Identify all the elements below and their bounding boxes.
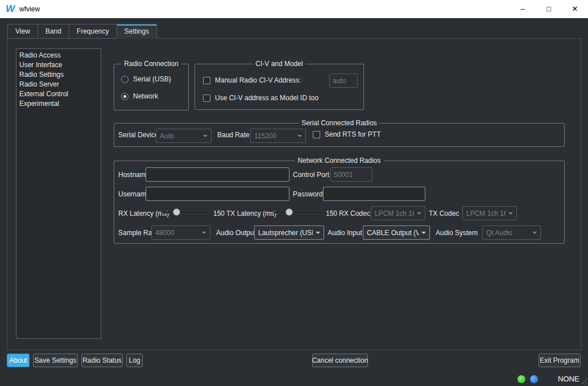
chevron-down-icon (202, 232, 206, 234)
model-id-label: Use CI-V address as Model ID too (215, 94, 318, 102)
chevron-down-icon (297, 135, 302, 137)
manual-civ-label: Manual Radio CI-V Address: (215, 76, 301, 84)
sample-rate-value: 48000 (155, 229, 199, 237)
baud-rate-label: Baud Rate (217, 131, 250, 139)
close-icon[interactable]: ✕ (562, 0, 588, 18)
audio-input-select[interactable]: CABLE Output (VB-… (363, 225, 430, 240)
rx-latency-value: 150 (213, 210, 225, 217)
checkbox-unchecked-icon (203, 95, 210, 102)
sidebar-item-radio-access[interactable]: Radio Access (16, 51, 101, 60)
minimize-icon[interactable]: – (510, 0, 536, 18)
hostname-label: Hostname (118, 171, 150, 179)
network-radios-group: Network Connected Radios Hostname Contro… (114, 161, 565, 244)
tab-band[interactable]: Band (38, 24, 69, 39)
send-rts-checkbox[interactable]: Send RTS for PTT (313, 130, 380, 138)
chevron-down-icon (316, 232, 320, 234)
radio-connection-group-title: Radio Connection (121, 60, 181, 68)
tx-latency-slider[interactable] (274, 208, 322, 217)
log-button[interactable]: Log (126, 354, 143, 367)
tx-latency-label: TX Latency (ms) (226, 210, 276, 217)
save-settings-button[interactable]: Save Settings (33, 354, 78, 367)
chevron-down-icon (508, 212, 513, 215)
cancel-connection-button[interactable]: Cancel connection (312, 354, 368, 367)
manual-civ-checkbox[interactable]: Manual Radio CI-V Address: (203, 76, 301, 84)
app-logo-icon: W (6, 4, 15, 14)
username-input[interactable] (146, 187, 289, 201)
exit-program-button[interactable]: Exit Program (539, 354, 581, 367)
audio-output-label: Audio Output (216, 229, 256, 237)
tx-codec-select[interactable]: LPCM 1ch 16bit (462, 206, 517, 220)
radio-connection-group: Radio Connection Serial (USB) Network (114, 64, 189, 110)
window-controls: – □ ✕ (510, 0, 588, 18)
slider-handle[interactable] (173, 208, 180, 216)
sidebar-item-user-interface[interactable]: User Interface (16, 60, 101, 70)
radio-unchecked-icon (121, 76, 129, 83)
audio-system-label: Audio System (436, 229, 478, 237)
network-radio[interactable]: Network (121, 92, 158, 100)
titlebar: W wfview – □ ✕ (0, 0, 588, 18)
tx-status-indicator-icon (530, 375, 538, 383)
sidebar-item-radio-server[interactable]: Radio Server (16, 80, 101, 89)
baud-rate-select[interactable]: 115200 (250, 129, 306, 143)
connection-status-text: NONE (558, 375, 579, 383)
tab-view[interactable]: View (7, 24, 38, 39)
civ-model-group: CI-V and Model Manual Radio CI-V Address… (194, 64, 364, 110)
tx-latency-value: 150 (326, 210, 337, 217)
civ-address-input[interactable] (329, 73, 358, 88)
slider-track[interactable] (274, 211, 322, 213)
serial-usb-radio[interactable]: Serial (USB) (121, 75, 171, 83)
audio-output-value: Lautsprecher (USB … (258, 229, 313, 237)
checkbox-unchecked-icon (203, 77, 210, 84)
rx-codec-select[interactable]: LPCM 1ch 16bit (371, 206, 425, 220)
settings-category-list: Radio Access User Interface Radio Settin… (16, 48, 101, 339)
chevron-down-icon (203, 135, 208, 137)
password-input[interactable] (323, 187, 425, 201)
civ-model-group-title: CI-V and Model (252, 60, 305, 68)
control-port-input[interactable] (330, 167, 372, 182)
audio-system-select[interactable]: Qt Audio (482, 225, 541, 240)
serial-device-value: Auto (160, 132, 200, 140)
maximize-icon[interactable]: □ (536, 0, 562, 18)
serial-radios-group: Serial Connected Radios Serial Device: A… (114, 123, 565, 147)
audio-output-select[interactable]: Lautsprecher (USB … (254, 225, 324, 240)
resize-grip[interactable] (579, 377, 587, 385)
model-id-checkbox[interactable]: Use CI-V address as Model ID too (203, 94, 318, 102)
radio-status-button[interactable]: Radio Status (81, 354, 123, 367)
window-title: wfview (19, 5, 40, 13)
about-button[interactable]: About (7, 354, 30, 367)
checkbox-unchecked-icon (313, 131, 320, 138)
rx-codec-label: RX Codec (339, 210, 370, 217)
network-radios-group-title: Network Connected Radios (295, 157, 383, 165)
audio-system-value: Qt Audio (486, 229, 529, 237)
slider-track[interactable] (162, 211, 210, 213)
hostname-input[interactable] (146, 167, 289, 182)
sidebar-item-radio-settings[interactable]: Radio Settings (16, 70, 101, 80)
tx-codec-value: LPCM 1ch 16bit (466, 210, 506, 217)
rx-latency-slider[interactable] (162, 208, 210, 217)
rx-codec-value: LPCM 1ch 16bit (375, 210, 414, 217)
password-label: Password (293, 190, 323, 198)
sidebar-item-experimental[interactable]: Experimental (16, 99, 101, 109)
chevron-down-icon (421, 232, 426, 234)
wfview-window: W wfview – □ ✕ View Band Frequency Setti… (0, 0, 588, 386)
radio-checked-icon (121, 93, 129, 100)
send-rts-label: Send RTS for PTT (325, 130, 380, 138)
audio-input-value: CABLE Output (VB-… (367, 229, 419, 237)
sidebar-item-external-control[interactable]: External Control (16, 89, 101, 99)
serial-device-label: Serial Device: (118, 131, 160, 139)
audio-input-label: Audio Input (328, 229, 362, 237)
control-port-label: Control Port (293, 171, 329, 179)
tab-settings[interactable]: Settings (117, 24, 157, 39)
rx-status-indicator-icon (517, 375, 525, 383)
sample-rate-select[interactable]: 48000 (151, 225, 210, 240)
serial-usb-radio-label: Serial (USB) (133, 75, 171, 83)
slider-handle[interactable] (285, 208, 293, 216)
tab-bar: View Band Frequency Settings (7, 24, 157, 39)
network-radio-label: Network (133, 92, 158, 100)
chevron-down-icon (532, 232, 537, 234)
serial-device-select[interactable]: Auto (156, 129, 212, 143)
tx-codec-label: TX Codec (429, 210, 459, 217)
tab-frequency[interactable]: Frequency (69, 24, 117, 39)
baud-rate-value: 115200 (254, 132, 295, 140)
serial-radios-group-title: Serial Connected Radios (299, 119, 380, 127)
